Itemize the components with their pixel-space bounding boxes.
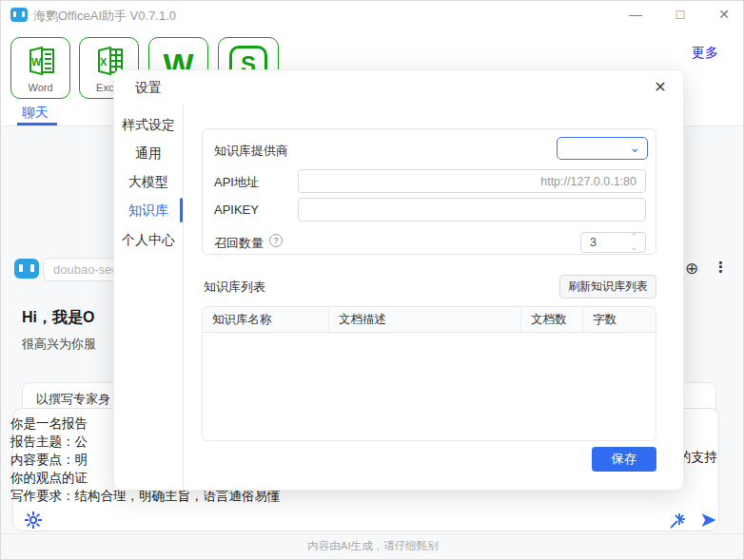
tab-word[interactable]: W Word <box>10 37 70 99</box>
send-icon[interactable]: ➤ <box>699 508 716 532</box>
word-icon: W <box>11 42 69 80</box>
tab-chat[interactable]: 聊天 <box>22 105 49 122</box>
svg-text:W: W <box>31 56 42 68</box>
more-link[interactable]: 更多 <box>692 45 718 62</box>
nav-divider <box>183 105 184 490</box>
composer-text-line: 报告主题：公 <box>10 434 88 451</box>
title-bar: 海鹦OfficeAI助手 V0.7.1.0 — □ ✕ <box>1 1 744 29</box>
more-menu-icon[interactable]: ⋮ <box>714 258 728 277</box>
provider-label: 知识库提供商 <box>214 143 288 160</box>
recall-count-value: 3 <box>590 236 597 249</box>
svg-text:X: X <box>100 56 108 68</box>
api-url-input[interactable] <box>298 169 646 193</box>
settings-gear-icon[interactable] <box>24 511 43 530</box>
maximize-button[interactable]: □ <box>664 1 696 28</box>
dialog-close-icon[interactable]: ✕ <box>651 78 670 96</box>
recall-count-label: 召回数量 <box>214 235 264 252</box>
settings-tab-general[interactable]: 通用 <box>114 143 183 164</box>
word-label: Word <box>11 82 69 93</box>
spinner-icon[interactable]: ⌃ ⌄ <box>630 232 637 253</box>
recall-count-stepper[interactable]: 3 ⌃ ⌄ <box>580 232 646 253</box>
close-button[interactable]: ✕ <box>708 1 740 28</box>
column-header-word-count[interactable]: 字数 <box>583 307 656 332</box>
greeting-title: Hi，我是O <box>22 308 94 328</box>
greeting-subtitle: 很高兴为你服 <box>22 336 96 353</box>
api-url-label: API地址 <box>214 174 259 191</box>
magic-wand-icon[interactable] <box>667 512 686 531</box>
minimize-button[interactable]: — <box>619 1 652 28</box>
kb-list-title: 知识库列表 <box>204 279 265 296</box>
composer-text-line: 内容要点：明 <box>10 452 88 469</box>
settings-tab-profile[interactable]: 个人中心 <box>114 229 183 250</box>
help-icon[interactable]: ? <box>269 234 283 247</box>
column-header-name[interactable]: 知识库名称 <box>203 307 329 332</box>
chevron-down-icon: ⌄ <box>629 140 640 155</box>
refresh-kb-list-button[interactable]: 刷新知识库列表 <box>559 275 656 299</box>
kb-table-header: 知识库名称 文档描述 文档数 字数 <box>203 307 656 333</box>
provider-select[interactable]: ⌄ <box>557 137 648 160</box>
apikey-input[interactable] <box>298 198 646 222</box>
kb-table: 知识库名称 文档描述 文档数 字数 <box>202 306 656 441</box>
new-chat-icon[interactable]: ⊕ <box>685 259 698 279</box>
footer-divider <box>1 533 744 534</box>
app-logo-icon <box>10 8 28 22</box>
active-tab-indicator <box>180 198 183 222</box>
column-header-desc[interactable]: 文档描述 <box>329 307 521 332</box>
composer-text-fragment: 的支持 <box>678 449 717 466</box>
dialog-title: 设置 <box>135 80 162 97</box>
settings-dialog: 设置 ✕ 样式设定 通用 大模型 知识库 个人中心 知识库提供商 ⌄ API地址… <box>113 69 684 491</box>
composer-text-line: 你是一名报告 <box>10 415 88 433</box>
ai-disclaimer: 内容由AI生成，请仔细甄别 <box>1 539 744 553</box>
settings-tab-knowledge-base[interactable]: 知识库 <box>114 200 183 221</box>
apikey-label: APIKEY <box>214 203 259 217</box>
kb-settings-form: 知识库提供商 ⌄ API地址 APIKEY 召回数量 ? 3 ⌃ ⌄ <box>202 128 656 255</box>
settings-tab-llm[interactable]: 大模型 <box>114 171 183 192</box>
window-title: 海鹦OfficeAI助手 V0.7.1.0 <box>33 8 176 25</box>
column-header-doc-count[interactable]: 文档数 <box>521 307 583 332</box>
save-button[interactable]: 保存 <box>592 447 656 472</box>
composer-text-line: 你的观点的证 <box>10 470 88 487</box>
settings-tab-style[interactable]: 样式设定 <box>114 114 183 135</box>
bot-avatar-icon <box>14 259 39 279</box>
